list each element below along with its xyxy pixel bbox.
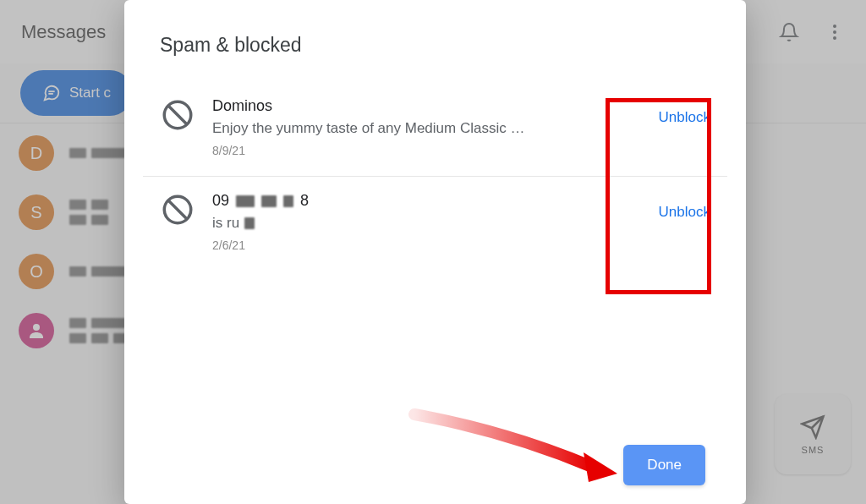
redacted-pixel bbox=[261, 195, 277, 207]
blocked-preview: Enjoy the yummy taste of any Medium Clas… bbox=[212, 120, 642, 137]
text-fragment: is ru bbox=[212, 215, 239, 232]
text-fragment: 8 bbox=[300, 192, 309, 210]
done-button[interactable]: Done bbox=[623, 445, 705, 485]
blocked-row-body: 09 8 is ru 2/6/21 bbox=[212, 192, 642, 252]
text-fragment: 09 bbox=[212, 192, 229, 210]
block-icon bbox=[160, 97, 195, 133]
blocked-date: 2/6/21 bbox=[212, 238, 642, 252]
svg-line-7 bbox=[168, 106, 187, 124]
blocked-preview: is ru bbox=[212, 215, 642, 232]
block-icon bbox=[160, 192, 195, 227]
svg-line-9 bbox=[168, 200, 187, 219]
redacted-pixel bbox=[244, 217, 255, 229]
dialog-footer: Done bbox=[124, 445, 746, 504]
blocked-sender-name: Dominos bbox=[212, 97, 642, 115]
blocked-date: 8/9/21 bbox=[212, 144, 642, 157]
dialog-title: Spam & blocked bbox=[124, 0, 746, 82]
blocked-sender-name: 09 8 bbox=[212, 192, 642, 210]
annotation-highlight bbox=[606, 98, 711, 294]
redacted-pixel bbox=[283, 195, 293, 207]
redacted-pixel bbox=[236, 195, 255, 207]
blocked-row-body: Dominos Enjoy the yummy taste of any Med… bbox=[212, 97, 642, 157]
